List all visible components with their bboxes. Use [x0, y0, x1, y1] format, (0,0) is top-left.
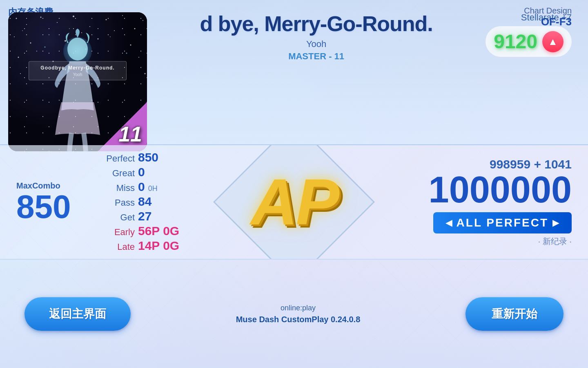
svg-point-23 — [145, 73, 146, 74]
song-title: d bye, Merry-Go-Round. — [159, 12, 473, 36]
left-stats: MaxCombo 850 — [0, 181, 90, 223]
svg-point-1 — [26, 24, 27, 25]
svg-point-0 — [16, 18, 17, 19]
svg-point-2 — [40, 17, 42, 18]
svg-point-21 — [20, 73, 21, 74]
svg-point-11 — [30, 43, 31, 44]
stat-row-perfect: Perfect 850 — [102, 150, 212, 164]
svg-point-4 — [73, 16, 74, 17]
footer-app-label: Muse Dash CustomPlay 0.24.0.8 — [236, 315, 361, 324]
back-button[interactable]: 返回主界面 — [24, 297, 131, 331]
perfect-label: Perfect — [102, 153, 135, 164]
svg-point-6 — [106, 19, 107, 20]
new-record: · 新纪录 · — [212, 236, 572, 247]
svg-point-29 — [126, 53, 127, 54]
svg-point-31 — [67, 38, 88, 61]
all-perfect-badge-wrapper: ALL PERFECT — [212, 212, 572, 233]
bottom-section: 返回主界面 online:play Muse Dash CustomPlay 0… — [0, 260, 588, 368]
footer-online-label: online:play — [236, 304, 361, 312]
get-label: Get — [102, 212, 135, 223]
great-value: 0 — [138, 165, 145, 179]
stellarate-up-arrow-icon — [542, 31, 564, 52]
stellarate-value: 9120 — [494, 30, 537, 53]
svg-point-5 — [89, 26, 90, 27]
svg-point-7 — [122, 15, 123, 16]
score-main: 1000000 — [212, 171, 572, 208]
center-stats: Perfect 850 Great 0 Miss 0 0H Pass 84 Ge… — [90, 150, 212, 254]
chart-design-label: Chart Design — [524, 6, 572, 16]
early-value: 56P 0G — [138, 224, 179, 238]
stat-row-miss: Miss 0 0H — [102, 180, 212, 194]
svg-point-9 — [143, 20, 143, 21]
album-overlay-artist: Yooh — [35, 72, 120, 76]
svg-point-24 — [22, 30, 23, 31]
all-perfect-badge: ALL PERFECT — [433, 212, 572, 233]
song-artist: Yooh — [159, 39, 473, 49]
album-title-overlay: Goodbye, Merry-Go-Round. Yooh — [29, 61, 127, 80]
svg-point-3 — [57, 22, 58, 23]
miss-value: 0 — [138, 180, 145, 194]
album-art: Goodbye, Merry-Go-Round. Yooh 11 — [8, 12, 147, 151]
pass-value: 84 — [138, 195, 151, 209]
all-perfect-text: ALL PERFECT — [457, 216, 548, 229]
miss-sub: 0H — [148, 184, 158, 193]
early-label: Early — [102, 227, 135, 238]
get-value: 27 — [138, 209, 151, 223]
chart-design-value: OF-F3 — [524, 16, 572, 28]
stat-row-late: Late 14P 0G — [102, 239, 212, 253]
stat-row-early: Early 56P 0G — [102, 224, 212, 238]
late-label: Late — [102, 242, 135, 252]
stat-row-pass: Pass 84 — [102, 195, 212, 209]
footer-center: online:play Muse Dash CustomPlay 0.24.0.… — [236, 304, 361, 324]
pass-label: Pass — [102, 197, 135, 208]
middle-section: MaxCombo 850 Perfect 850 Great 0 Miss 0 … — [0, 145, 588, 260]
top-section: Player 内存条浪费 Chart Design OF-F3 — [0, 0, 588, 145]
miss-label: Miss — [102, 183, 135, 193]
stat-row-great: Great 0 — [102, 165, 212, 179]
album-art-inner: Goodbye, Merry-Go-Round. Yooh 11 — [8, 12, 147, 151]
late-value: 14P 0G — [138, 239, 179, 253]
svg-point-10 — [14, 36, 15, 37]
song-info: d bye, Merry-Go-Round. Yooh MASTER - 11 — [159, 8, 473, 62]
restart-button[interactable]: 重新开始 — [466, 297, 564, 331]
maxcombo-value: 850 — [16, 191, 90, 223]
level-badge: 11 — [118, 122, 142, 146]
page-root: Player 内存条浪费 Chart Design OF-F3 — [0, 0, 588, 368]
chart-design-section: Chart Design OF-F3 — [524, 6, 572, 28]
stellarate-box: 9120 — [486, 26, 572, 57]
album-overlay-title: Goodbye, Merry-Go-Round. — [35, 65, 120, 70]
album-art-wrapper: Goodbye, Merry-Go-Round. Yooh 11 — [8, 12, 147, 151]
svg-point-18 — [18, 57, 19, 58]
svg-point-22 — [138, 57, 139, 58]
stat-row-get: Get 27 — [102, 209, 212, 223]
great-label: Great — [102, 168, 135, 179]
svg-point-8 — [134, 28, 136, 29]
svg-point-17 — [130, 45, 131, 46]
perfect-value: 850 — [138, 150, 158, 164]
song-difficulty: MASTER - 11 — [159, 51, 473, 62]
right-score: 998959 + 1041 1000000 ALL PERFECT · 新纪录 … — [212, 157, 588, 247]
